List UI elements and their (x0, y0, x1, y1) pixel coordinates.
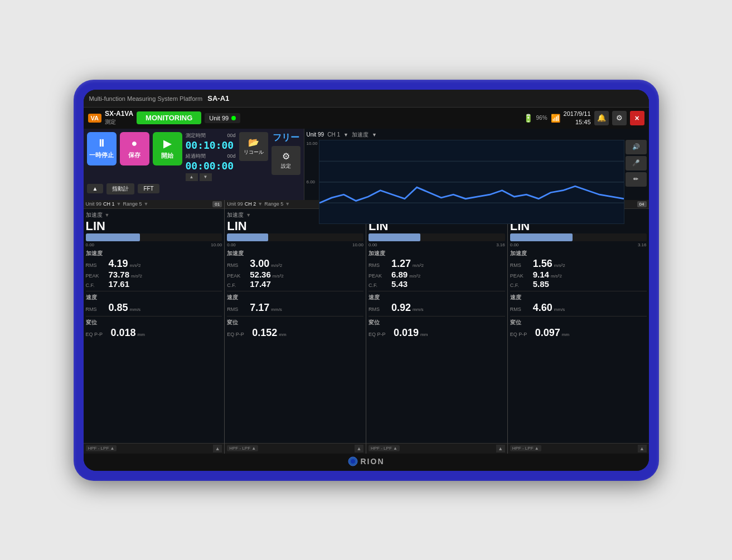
ch4-speed-title: 速度 (510, 294, 647, 301)
ch3-accel-section: 加速度 RMS 1.27 m/s²2 PEAK 6.89 m/s²2 (369, 250, 505, 289)
elapsed-label: 経過時間 (186, 153, 206, 160)
ch2-progress-fill (227, 233, 268, 241)
chart-edit-btn[interactable]: ✏ (626, 172, 647, 187)
chart-panel: Unit 99 CH 1 ▼ 加速度 ▼ 10.00 6.00 2.00 (304, 129, 649, 200)
ch2-range-labels: 0.00 10.00 (227, 242, 363, 247)
recall-icon: 📂 (248, 137, 259, 148)
ch4-body: 加速度 ▼ LIN 0.00 3.16 加速度 (508, 209, 649, 443)
ch4-speed-val: 4.60 (533, 302, 552, 314)
ch1-disp-title: 変位 (86, 319, 222, 327)
chart-ch-label: CH 1 (327, 132, 340, 138)
ch4-rms-val: 1.56 (533, 258, 552, 270)
ch2-footer: HPF - LPF ▲ ▲ (225, 443, 366, 454)
chart-header: Unit 99 CH 1 ▼ 加速度 ▼ (307, 131, 647, 139)
ch2-disp-key: EQ P-P (227, 332, 250, 337)
ch2-peak-val: 52.36 (250, 270, 271, 279)
chart-mic-btn[interactable]: 🎤 (626, 156, 647, 171)
ch3-footer: HPF - LPF ▲ ▲ (366, 443, 507, 454)
ch3-accel-title: 加速度 (369, 250, 505, 257)
ch1-speed-key: RMS (86, 306, 107, 312)
svg-point-4 (351, 459, 355, 464)
device-frame: Multi-function Measuring System Platform… (74, 80, 659, 481)
pause-button[interactable]: ⏸ 一時停止 (87, 132, 117, 165)
ch3-range-min: 0.00 (369, 242, 377, 247)
timer-down-btn[interactable]: ▼ (200, 173, 212, 181)
chart-unit-label: Unit 99 (307, 132, 324, 138)
ch3-cf-key: C.F. (369, 283, 390, 288)
ch4-speed-key: RMS (510, 306, 531, 312)
ch3-rms-row: RMS 1.27 m/s²2 (369, 258, 505, 270)
ch2-speed-row: RMS 7.17 mm/s (227, 302, 363, 314)
ch1-speed-unit: mm/s (130, 307, 141, 312)
ch1-cf-val: 17.61 (109, 279, 130, 289)
free-label: フリー (273, 132, 299, 144)
bell-button[interactable]: 🔔 (594, 111, 609, 125)
control-panel: ⏸ 一時停止 ● 保存 ▶ 開始 (84, 129, 304, 200)
top-bar: Multi-function Measuring System Platform… (84, 90, 649, 108)
ch4-cf-val: 5.85 (533, 279, 549, 289)
ch4-rms-unit: m/s²2 (554, 263, 565, 268)
ch1-accel-title: 加速度 (86, 250, 222, 257)
device-model: SX-A1VA (105, 110, 133, 118)
ch1-unit: Unit 99 (86, 201, 102, 207)
start-button[interactable]: ▶ 開始 (153, 132, 182, 165)
ch1-num: 01 (212, 201, 222, 207)
platform-model: SA-A1 (207, 94, 229, 103)
ch4-hpf-btn[interactable]: HPF - LPF ▲ (510, 445, 541, 451)
ch2-range: Range 5 (264, 201, 283, 207)
ch1-speed-val: 0.85 (109, 302, 128, 314)
ch1-body: 加速度 ▼ LIN 0.00 10.00 加速度 (84, 209, 225, 443)
ch1-peak-val: 73.78 (109, 270, 130, 279)
ch3-disp-row: EQ P-P 0.019 mm (369, 327, 505, 339)
ch1-up-btn[interactable]: ▲ (213, 445, 222, 452)
ch1-hpf-btn[interactable]: HPF - LPF ▲ (86, 445, 117, 451)
ch2-rms-key: RMS (227, 262, 248, 268)
settings-button[interactable]: ⚙ 設定 (272, 146, 300, 175)
ch4-divider1 (510, 291, 647, 291)
ch4-range-labels: 0.00 3.16 (510, 242, 647, 247)
ch3-up-btn[interactable]: ▲ (496, 445, 505, 452)
fft-button[interactable]: FFT (138, 184, 159, 193)
channel-1: Unit 99 CH 1 ▼ Range 5 ▼ 01 加速度 ▼ LIN (84, 200, 225, 454)
ch4-rms-row: RMS 1.56 m/s²2 (510, 258, 647, 270)
close-button[interactable]: × (630, 111, 644, 125)
ch2-speed-title: 速度 (227, 294, 363, 301)
ch1-type-label: 加速度 (86, 211, 103, 219)
ch3-hpf-btn[interactable]: HPF - LPF ▲ (369, 445, 400, 451)
control-chart-row: ⏸ 一時停止 ● 保存 ▶ 開始 (84, 129, 649, 200)
recall-button[interactable]: 📂 リコール (239, 132, 268, 161)
ch2-body: 加速度 ▼ LIN 0.00 10.00 加速度 (225, 209, 366, 443)
chart-speaker-btn[interactable]: 🔊 (626, 140, 647, 154)
monitoring-button[interactable]: MONITORING (137, 111, 201, 124)
start-label: 開始 (161, 152, 173, 160)
battery-icon: 🔋 (523, 114, 533, 123)
settings-label: 設定 (281, 163, 291, 170)
ch2-speed-val: 7.17 (250, 302, 269, 314)
ch1-range: Range 5 (123, 201, 142, 207)
platform-label: Multi-function Measuring System Platform… (89, 94, 230, 103)
chart-canvas (319, 140, 624, 225)
ch1-mode: LIN (86, 220, 222, 232)
header-row: VA SX-A1VA 測定 MONITORING Unit 99 🔋 96% 📶… (84, 108, 649, 129)
chart-svg (319, 140, 624, 224)
save-button[interactable]: ● 保存 (120, 132, 149, 165)
settings-header-button[interactable]: ⚙ (612, 111, 627, 125)
ch3-divider2 (369, 316, 505, 316)
ch2-speed-unit: mm/s (271, 307, 282, 312)
channel-2: Unit 99 CH 2 ▼ Range 5 ▼ 02 加速度 ▼ LIN (225, 200, 366, 454)
ch4-accel-section: 加速度 RMS 1.56 m/s²2 PEAK 9.14 m/s²2 (510, 250, 647, 289)
ch4-progress-fill (510, 233, 573, 241)
move-up-button[interactable]: ▲ (87, 184, 104, 193)
ch1-speed-title: 速度 (86, 294, 222, 301)
save-label: 保存 (128, 151, 140, 159)
zidou-button[interactable]: 指動計 (106, 183, 134, 194)
ch2-up-btn[interactable]: ▲ (355, 445, 363, 452)
ch3-rms-unit: m/s²2 (413, 263, 424, 268)
device-info: SX-A1VA 測定 (105, 110, 133, 125)
ch2-hpf-btn[interactable]: HPF - LPF ▲ (227, 445, 258, 451)
rion-logo-icon (348, 456, 358, 466)
ch4-accel-title: 加速度 (510, 250, 647, 257)
datetime-display: 2017/9/11 15:45 (564, 110, 591, 126)
timer-up-btn[interactable]: ▲ (186, 173, 198, 181)
ch4-up-btn[interactable]: ▲ (638, 445, 647, 452)
